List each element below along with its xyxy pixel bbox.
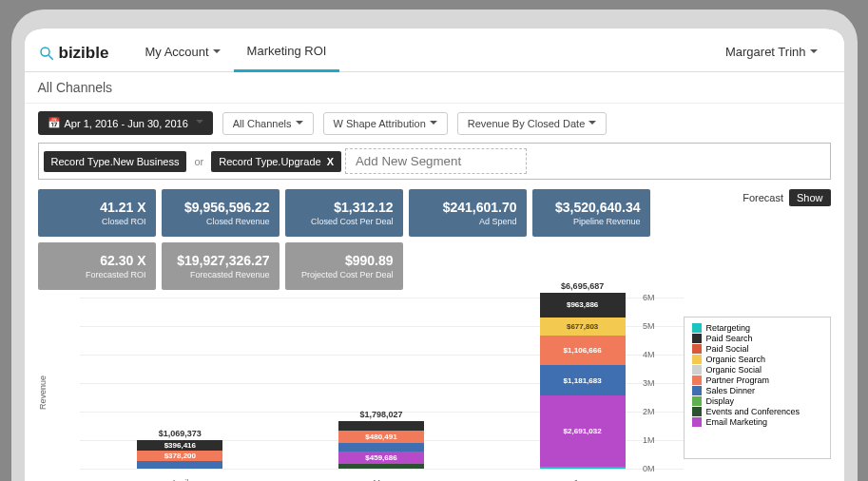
metric-select[interactable]: Revenue By Closed Date bbox=[457, 112, 608, 135]
legend-item: Paid Search bbox=[692, 334, 822, 343]
segment-pill-2[interactable]: Record Type.UpgradeX bbox=[211, 151, 341, 172]
magnifier-icon bbox=[38, 45, 55, 62]
legend-item: Events and Conferences bbox=[692, 407, 822, 416]
add-segment-input[interactable] bbox=[345, 148, 527, 174]
attribution-model-select[interactable]: W Shape Attribution bbox=[323, 112, 448, 135]
legend-swatch bbox=[692, 375, 702, 385]
legend-swatch bbox=[692, 396, 702, 406]
bar-segment: $963,886 bbox=[540, 293, 626, 318]
forecast-show-button[interactable]: Show bbox=[789, 189, 831, 206]
kpi-pipeline-revenue: $3,520,640.34Pipeline Revenue bbox=[532, 189, 650, 237]
segment-pill-1[interactable]: Record Type.New Business bbox=[44, 151, 187, 172]
nav-marketing-roi[interactable]: Marketing ROI bbox=[234, 34, 340, 72]
kpi-cost-per-deal: $1,312.12Closed Cost Per Deal bbox=[285, 189, 403, 237]
legend-label: Email Marketing bbox=[706, 417, 768, 427]
svg-line-1 bbox=[48, 55, 53, 60]
legend-swatch bbox=[692, 365, 702, 375]
legend-swatch bbox=[692, 417, 702, 427]
legend-item: Email Marketing bbox=[692, 417, 822, 427]
brand-name: bizible bbox=[59, 44, 109, 63]
bar-total-label: $1,798,027 bbox=[359, 410, 402, 419]
bar-segment: $396,416 bbox=[137, 440, 222, 451]
legend-item: Retargeting bbox=[692, 323, 822, 333]
bar-segment: $677,803 bbox=[540, 317, 626, 336]
date-range-picker[interactable]: 📅 Apr 1, 2016 - Jun 30, 2016 bbox=[38, 111, 213, 135]
bar-segment: $378,200 bbox=[137, 451, 222, 460]
revenue-chart: Revenue 0M1M2M3M4M5M6M $1,069,373$396,41… bbox=[57, 298, 684, 481]
bar-total-label: $6,695,687 bbox=[561, 281, 604, 291]
remove-segment-icon[interactable]: X bbox=[327, 156, 334, 167]
kpi-row-2: 62.30 XForecasted ROI $19,927,326.27Fore… bbox=[25, 242, 844, 298]
bar-segment: $480,491 bbox=[338, 431, 424, 443]
bar-segment: $1,181,683 bbox=[540, 365, 626, 396]
brand-logo: bizible bbox=[38, 44, 109, 63]
forecast-toggle: Forecast Show bbox=[743, 189, 830, 206]
bar-segment bbox=[338, 443, 424, 452]
kpi-row-1: 41.21 XClosed ROI $9,956,596.22Closed Re… bbox=[25, 189, 844, 242]
legend-swatch bbox=[692, 407, 702, 416]
bar-total-label: $1,069,373 bbox=[159, 429, 202, 438]
kpi-forecasted-revenue: $19,927,326.27Forecasted Revenue bbox=[162, 242, 280, 290]
bar-segment bbox=[137, 461, 222, 469]
legend-label: Display bbox=[706, 396, 735, 406]
breadcrumb: All Channels bbox=[25, 72, 844, 104]
bar-segment: $2,691,032 bbox=[540, 395, 626, 467]
chart-legend: RetargetingPaid SearchPaid SocialOrganic… bbox=[684, 317, 831, 459]
legend-label: Paid Social bbox=[706, 344, 749, 354]
legend-item: Organic Search bbox=[692, 355, 822, 364]
top-nav: bizible My Account Marketing ROI Margare… bbox=[25, 29, 844, 72]
kpi-closed-revenue: $9,956,596.22Closed Revenue bbox=[162, 189, 280, 237]
legend-item: Display bbox=[692, 396, 822, 406]
bar-segment bbox=[338, 421, 424, 431]
legend-item: Partner Program bbox=[692, 375, 822, 385]
segment-or: or bbox=[190, 156, 207, 167]
legend-swatch bbox=[692, 344, 702, 354]
legend-item: Organic Social bbox=[692, 365, 822, 375]
nav-user-menu[interactable]: Margaret Trinh bbox=[712, 35, 831, 70]
bar-segment bbox=[540, 467, 626, 469]
calendar-icon: 📅 bbox=[48, 117, 61, 129]
nav-my-account[interactable]: My Account bbox=[131, 35, 233, 70]
legend-swatch bbox=[692, 323, 702, 333]
kpi-ad-spend: $241,601.70Ad Spend bbox=[409, 189, 527, 237]
channel-select[interactable]: All Channels bbox=[222, 112, 314, 135]
legend-label: Events and Conferences bbox=[706, 407, 800, 416]
bar-segment: $1,106,666 bbox=[540, 336, 626, 365]
legend-label: Sales Dinner bbox=[706, 386, 756, 395]
kpi-closed-roi: 41.21 XClosed ROI bbox=[38, 189, 156, 237]
legend-item: Paid Social bbox=[692, 344, 822, 354]
legend-label: Organic Search bbox=[706, 355, 766, 364]
bar-segment bbox=[338, 464, 424, 469]
bar-segment: $459,686 bbox=[338, 452, 424, 464]
kpi-forecasted-roi: 62.30 XForecasted ROI bbox=[38, 242, 156, 290]
y-axis-label: Revenue bbox=[38, 375, 48, 410]
legend-label: Retargeting bbox=[706, 323, 751, 333]
legend-label: Paid Search bbox=[706, 334, 753, 343]
legend-swatch bbox=[692, 355, 702, 364]
legend-label: Organic Social bbox=[706, 365, 762, 375]
svg-point-0 bbox=[41, 48, 49, 56]
legend-label: Partner Program bbox=[706, 375, 770, 385]
kpi-projected-cost: $990.89Projected Cost Per Deal bbox=[285, 242, 403, 290]
legend-swatch bbox=[692, 334, 702, 343]
segment-builder: Record Type.New Business or Record Type.… bbox=[38, 143, 831, 180]
filter-bar: 📅 Apr 1, 2016 - Jun 30, 2016 All Channel… bbox=[25, 104, 844, 143]
legend-item: Sales Dinner bbox=[692, 386, 822, 395]
legend-swatch bbox=[692, 386, 702, 395]
